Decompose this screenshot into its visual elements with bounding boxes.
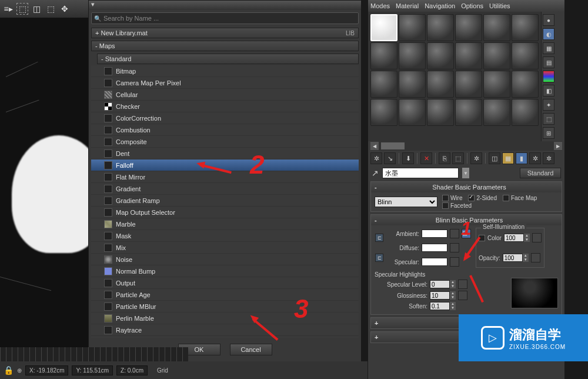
soften-spinner[interactable]: ▲▼: [450, 302, 456, 310]
map-item-colorcorrection[interactable]: ColorCorrection: [91, 112, 359, 124]
sample-slot[interactable]: [399, 42, 426, 69]
diffuse-color[interactable]: [422, 244, 447, 252]
material-type-button[interactable]: Standard: [520, 168, 561, 178]
selfillum-map-button[interactable]: [532, 233, 542, 242]
map-item-raytrace[interactable]: Raytrace: [91, 324, 359, 336]
material-name-input[interactable]: [382, 168, 459, 178]
menu-utilities[interactable]: Utilities: [489, 2, 510, 9]
map-item-output[interactable]: Output: [91, 277, 359, 289]
opacity-spinner[interactable]: ▲▼: [523, 254, 529, 262]
backlight-icon[interactable]: ◐: [543, 28, 554, 40]
map-item-camera-map-per-pixel[interactable]: Camera Map Per Pixel: [91, 77, 359, 89]
sample-slot[interactable]: [427, 99, 454, 126]
map-item-falloff[interactable]: Falloff: [91, 159, 359, 171]
sample-slot[interactable]: [399, 99, 426, 126]
scroll-right-icon[interactable]: ▶: [554, 142, 562, 150]
scroll-thumb[interactable]: [381, 142, 405, 149]
show-end-icon[interactable]: ▮: [516, 152, 527, 164]
coord-y[interactable]: Y: 115.51cm: [72, 365, 113, 375]
sample-slot[interactable]: [455, 99, 482, 126]
soften-value[interactable]: [430, 302, 450, 310]
menu-material[interactable]: Material: [396, 2, 419, 9]
map-item-mask[interactable]: Mask: [91, 230, 359, 242]
blinn-rollout-header[interactable]: -Blinn Basic Parameters: [371, 215, 562, 225]
sample-type-icon[interactable]: ●: [543, 14, 554, 26]
gloss-spinner[interactable]: ▲▼: [450, 291, 456, 300]
sample-slot[interactable]: [483, 71, 510, 98]
viewport[interactable]: [0, 18, 88, 347]
options-icon[interactable]: ✦: [543, 99, 554, 111]
uv-tile-icon[interactable]: ▤: [543, 56, 554, 68]
ambient-map-button[interactable]: [450, 229, 459, 238]
maps-header[interactable]: - Maps: [91, 41, 359, 51]
menu-options[interactable]: Options: [461, 2, 483, 9]
facemap-checkbox[interactable]: Face Map: [503, 195, 537, 201]
sample-slot[interactable]: [512, 42, 539, 69]
map-item-mix[interactable]: Mix: [91, 242, 359, 254]
shader-select[interactable]: Blinn: [375, 197, 437, 207]
spec-level-spinner[interactable]: ▲▼: [450, 280, 456, 288]
preview-icon[interactable]: ◧: [543, 85, 554, 97]
get-material-icon[interactable]: ✲: [370, 152, 382, 164]
map-item-particle-mblur[interactable]: Particle MBlur: [91, 301, 359, 312]
toolbar-btn-3[interactable]: ◫: [31, 3, 42, 15]
faceted-checkbox[interactable]: Faceted: [442, 202, 472, 209]
map-item-gradient[interactable]: Gradient: [91, 183, 359, 195]
map-item-gradient-ramp[interactable]: Gradient Ramp: [91, 195, 359, 207]
shader-rollout-header[interactable]: -Shader Basic Parameters: [371, 182, 562, 192]
copy-icon[interactable]: ⎘: [439, 152, 450, 164]
2sided-checkbox[interactable]: 2-Sided: [468, 195, 496, 201]
standard-header[interactable]: - Standard: [97, 54, 359, 64]
sample-slot[interactable]: [483, 99, 510, 126]
reset-icon[interactable]: ✕: [420, 152, 432, 164]
map-item-dent[interactable]: Dent: [91, 148, 359, 159]
specular-map-button[interactable]: [450, 257, 459, 267]
map-item-map-output-selector[interactable]: Map Output Selector: [91, 207, 359, 218]
sample-slot[interactable]: [427, 42, 454, 69]
lock-ambient-diffuse[interactable]: ⊏: [375, 234, 383, 242]
sample-slot[interactable]: [455, 14, 482, 41]
timeline-ruler[interactable]: [0, 347, 188, 361]
coord-x[interactable]: X: -19.182cm: [25, 365, 68, 375]
sample-scrollbar[interactable]: ◀ ▶: [370, 141, 562, 151]
sample-slot[interactable]: [370, 14, 397, 41]
ambient-lock-icon[interactable]: ⊟: [462, 229, 471, 238]
pick-material-icon[interactable]: ↗: [372, 168, 379, 178]
map-item-particle-age[interactable]: Particle Age: [91, 289, 359, 301]
map-item-combustion[interactable]: Combustion: [91, 124, 359, 136]
toolbar-btn-4[interactable]: ⬚: [45, 3, 56, 15]
assign-icon[interactable]: ⬇: [402, 152, 414, 164]
search-input[interactable]: Search by Name ...: [91, 12, 359, 24]
go-forward-icon[interactable]: ✲: [543, 152, 554, 164]
map-item-perlin-marble[interactable]: Perlin Marble: [91, 312, 359, 324]
absolute-icon[interactable]: ⊕: [17, 367, 22, 374]
lock-selection-icon[interactable]: 🔒: [4, 365, 14, 375]
make-unique-icon[interactable]: ⬚: [452, 152, 464, 164]
ambient-color[interactable]: [422, 230, 447, 238]
toolbar-btn-2[interactable]: ⬚: [16, 3, 28, 15]
sample-slot[interactable]: [427, 71, 454, 98]
go-parent-icon[interactable]: ✲: [529, 152, 541, 164]
move-icon[interactable]: ✥: [59, 3, 71, 15]
spec-level-value[interactable]: [430, 280, 450, 288]
material-name-dropdown[interactable]: ▼: [462, 168, 469, 178]
sample-slot[interactable]: [483, 14, 510, 41]
sample-slot[interactable]: [512, 99, 539, 126]
map-item-checker[interactable]: Checker: [91, 101, 359, 112]
opacity-map-button[interactable]: [531, 253, 540, 262]
sample-slot[interactable]: [512, 71, 539, 98]
sample-slot[interactable]: [512, 14, 539, 41]
map-item-composite[interactable]: Composite: [91, 136, 359, 148]
new-library-bar[interactable]: + New Library.mat LIB: [91, 28, 359, 38]
sample-slot[interactable]: [483, 42, 510, 69]
map-item-flat-mirror[interactable]: Flat Mirror: [91, 171, 359, 183]
sample-slot[interactable]: [370, 42, 397, 69]
background-icon[interactable]: ▦: [543, 42, 554, 54]
mat-id-icon[interactable]: ⊞: [543, 127, 554, 139]
show-map-icon[interactable]: ▦: [502, 152, 514, 164]
map-item-bitmap[interactable]: Bitmap: [91, 65, 359, 77]
select-by-mat-icon[interactable]: ⬚: [543, 113, 554, 125]
spec-level-map-button[interactable]: [458, 280, 467, 289]
sample-slot[interactable]: [455, 71, 482, 98]
menu-modes[interactable]: Modes: [370, 2, 390, 9]
